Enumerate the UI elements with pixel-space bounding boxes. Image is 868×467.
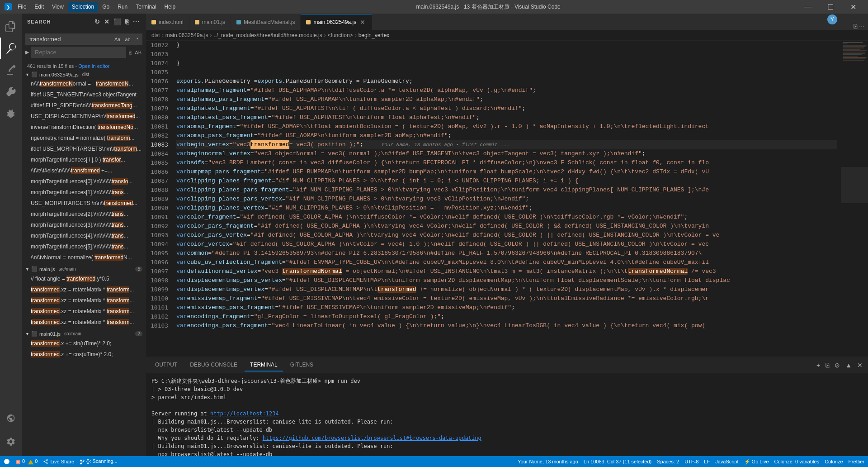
breadcrumb-part[interactable]: <function> — [328, 32, 353, 38]
preserve-case-button[interactable]: AB — [134, 49, 142, 56]
result-file-group-main[interactable]: ▼ ⬛ main.js src/main 5 — [22, 265, 146, 273]
localhost-link[interactable]: http://localhost:1234 — [210, 410, 279, 417]
menu-edit[interactable]: Edit — [31, 2, 47, 12]
git-info[interactable]: Your Name, 13 months ago — [518, 459, 578, 464]
result-item[interactable]: transformed.xz = rotateMatrix * transfor… — [22, 317, 146, 328]
close-panel-icon[interactable]: ✕ — [855, 361, 864, 370]
code-line: var clipping_planes_pars_vertex = "#if N… — [176, 195, 837, 204]
encoding[interactable]: UTF-8 — [684, 459, 698, 464]
split-editor-icon[interactable]: ⎘ — [854, 23, 857, 30]
tab-index-html[interactable]: index.html — [146, 14, 189, 30]
result-item[interactable]: ngeometry.normal = normalize( transform.… — [22, 133, 146, 143]
tab-meshbasic[interactable]: MeshBasicMaterial.js — [231, 14, 301, 30]
code-line: var bsdfs = "vec3 BRDF_Lambert( const in… — [176, 158, 837, 167]
match-word-button[interactable]: ab — [123, 36, 132, 43]
maximize-panel-icon[interactable]: ▲ — [844, 361, 854, 370]
result-item[interactable]: morphTargetInfluences[2].\\n\\\\\\\\tran… — [22, 209, 146, 219]
result-item[interactable]: morphTargetInfluences[1].\\n\\\\\\\\tran… — [22, 187, 146, 198]
menu-go[interactable]: Go — [99, 2, 113, 12]
result-item[interactable]: n\\\\transformedNormal = - transformedN.… — [22, 78, 146, 89]
breadcrumb-active[interactable]: begin_vertex — [359, 32, 390, 38]
live-share-status[interactable]: Live Share — [43, 459, 74, 464]
tab-main-bundle[interactable]: main.0632549a.js ✕ — [301, 14, 372, 30]
result-item[interactable]: \\t\\t\\t#else\n\\\\\\transformed +=... — [22, 165, 146, 176]
tab-main01[interactable]: main01.js — [189, 14, 231, 30]
colorize-variables[interactable]: Colorize: 0 variables — [774, 459, 820, 464]
new-terminal-icon[interactable]: + — [815, 361, 822, 370]
open-editors-icon[interactable]: ⎘ — [124, 17, 130, 26]
replace-input[interactable] — [31, 47, 126, 58]
activity-run[interactable] — [0, 81, 22, 103]
tab-output[interactable]: OUTPUT — [150, 359, 183, 372]
menu-view[interactable]: View — [48, 2, 67, 12]
collapse-icon[interactable]: ⬛ — [113, 17, 123, 26]
replace-all-button[interactable]: ⎘ — [128, 49, 133, 56]
result-item[interactable]: transformed.xz = rotateMatrix * transfor… — [22, 295, 146, 306]
result-file-group[interactable]: ▼ ⬛ main.0632549a.js dist — [22, 71, 146, 78]
result-item[interactable]: inverseTransformDirection( transformedNo… — [22, 122, 146, 133]
language-mode[interactable]: JavaScript — [715, 459, 738, 464]
result-item[interactable]: morphTargetInfluences[5].\\n\\\\\\\\tran… — [22, 241, 146, 252]
activity-search[interactable] — [0, 38, 22, 59]
maximize-button[interactable]: ☐ — [820, 0, 841, 14]
remote-status[interactable] — [4, 458, 10, 465]
refresh-icon[interactable]: ↻ — [94, 17, 101, 26]
kill-terminal-icon[interactable]: ⊘ — [833, 361, 842, 370]
result-item[interactable]: USE_MORPHTARGETS;\n\n\\transformed... — [22, 198, 146, 209]
more-actions-icon[interactable]: ··· — [859, 23, 864, 30]
result-item[interactable]: #ifdef FLIP_SIDED\n\n\\\\transformedTang… — [22, 100, 146, 111]
menu-selection[interactable]: Selection — [68, 2, 98, 12]
result-item[interactable]: transformed.xz = rotateMatrix * transfor… — [22, 284, 146, 295]
code-area[interactable]: } } exports.PlaneGeometry = exports.Plan… — [173, 41, 841, 357]
result-item[interactable]: morphTargetInfluences[0].\\n\\\\\\\\tran… — [22, 176, 146, 187]
activity-settings[interactable] — [0, 431, 22, 453]
menu-file[interactable]: File — [14, 2, 30, 12]
menu-run[interactable]: Run — [114, 2, 131, 12]
activity-extensions[interactable] — [0, 103, 22, 124]
breadcrumb-part[interactable]: ../_node_modules/three/build/three.modul… — [213, 32, 322, 38]
browserslist-link[interactable]: https://github.com/browserslist/browsers… — [263, 435, 481, 441]
match-case-button[interactable]: Aa — [113, 36, 122, 43]
result-item[interactable]: transformed.xz = rotateMatrix * transfor… — [22, 306, 146, 317]
terminal-content[interactable]: PS C:\新建文件夹\web3-dthree-jscourse\13-着色器加… — [146, 373, 868, 456]
prettier[interactable]: Prettier — [849, 459, 864, 464]
branch-status[interactable]: {}: Scanning... — [80, 458, 118, 464]
clear-icon[interactable]: ✕ — [103, 17, 111, 26]
result-item[interactable]: morphTargetInfluences[3].\\n\\\\\\\\tran… — [22, 219, 146, 230]
line-col[interactable]: Ln 10083, Col 37 (11 selected) — [584, 459, 651, 464]
minimize-button[interactable]: — — [797, 0, 818, 14]
result-item[interactable]: transformed.z += cos(uTime)* 2.0; — [22, 349, 146, 360]
errors-status[interactable]: ✕ 0 0 — [15, 458, 38, 464]
activity-explorer[interactable] — [0, 16, 22, 38]
tab-gitlens[interactable]: GITLENS — [285, 359, 319, 372]
menu-terminal[interactable]: Terminal — [132, 2, 160, 12]
result-item[interactable]: ifdef USE_TANGENT\n\\vec3 objectTangent — [22, 89, 146, 100]
tab-label: main.0632549a.js — [313, 19, 356, 25]
breadcrumb-part[interactable]: dist — [151, 32, 160, 38]
line-ending[interactable]: LF — [704, 459, 710, 464]
close-button[interactable]: ✕ — [843, 0, 863, 14]
result-item[interactable]: \\n\\tvNormal = normalize( transformedN.… — [22, 252, 146, 263]
go-live-button[interactable]: ⚡ Go Live — [744, 459, 769, 465]
replace-toggle-icon[interactable]: ▶ — [25, 49, 29, 55]
result-item[interactable]: transformed.x += sin(uTime)* 2.0; — [22, 338, 146, 349]
tab-debug-console[interactable]: DEBUG CONSOLE — [184, 359, 243, 372]
result-item[interactable]: // float angle = transformed.y*0.5; — [22, 273, 146, 284]
more-actions-icon[interactable]: ··· — [132, 17, 141, 26]
result-item[interactable]: USE_DISPLACEMENTMAP\n\\transformed... — [22, 111, 146, 122]
menu-help[interactable]: Help — [161, 2, 179, 12]
activity-remote[interactable] — [0, 407, 22, 429]
spaces[interactable]: Spaces: 2 — [657, 459, 679, 464]
open-in-editor-link[interactable]: Open in editor — [78, 63, 109, 69]
split-terminal-icon[interactable]: ⎘ — [824, 361, 831, 370]
result-item[interactable]: morphTargetInfluences[4].\\n\\\\\\\\tran… — [22, 230, 146, 241]
tab-close-button[interactable]: ✕ — [359, 18, 366, 27]
colorize[interactable]: Colorize — [825, 459, 843, 464]
result-item[interactable]: morphTargetInfluences[ i ].0 ) transfor.… — [22, 154, 146, 165]
breadcrumb-part[interactable]: main.0632549a.js — [165, 32, 208, 38]
activity-source-control[interactable] — [0, 59, 22, 81]
result-item[interactable]: ifdef USE_MORPHTARGETS\n\n\\transform... — [22, 143, 146, 154]
use-regex-button[interactable]: .* — [133, 36, 140, 43]
result-file-group-main01[interactable]: ▼ ⬛ main01.js src/main 2 — [22, 329, 146, 338]
tab-terminal[interactable]: TERMINAL — [245, 359, 283, 372]
